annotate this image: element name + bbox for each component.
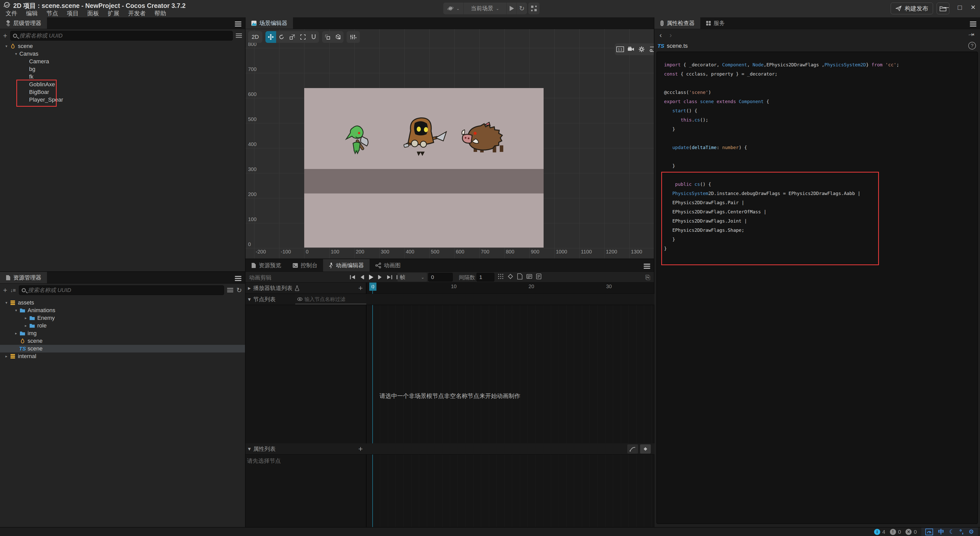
skip-to-end-button[interactable] bbox=[386, 273, 393, 282]
hierarchy-node-scene[interactable]: ▾scene bbox=[0, 42, 245, 50]
playhead-line[interactable] bbox=[372, 283, 373, 527]
goblin-axe-sprite[interactable] bbox=[345, 123, 372, 155]
assets-search-input[interactable] bbox=[28, 287, 221, 294]
assets-node-scene[interactable]: scene bbox=[0, 337, 245, 345]
error-counter[interactable]: ✕ 0 bbox=[905, 529, 917, 535]
2d-3d-toggle-button[interactable]: 2D bbox=[248, 31, 262, 43]
tree-collapse-arrow[interactable]: ▸ bbox=[3, 354, 10, 359]
tab-inspector[interactable]: 属性检查器 bbox=[654, 17, 700, 29]
scene-select-dropdown[interactable]: 当前场景 ⌄ bbox=[464, 3, 507, 14]
property-list-collapse-arrow[interactable]: ▾ bbox=[245, 445, 253, 452]
timeline-area[interactable] bbox=[366, 283, 654, 527]
language-toggle-icon[interactable]: 中 bbox=[938, 528, 944, 536]
assets-node-scene[interactable]: TSscene bbox=[0, 345, 245, 353]
rotate-tool-button[interactable] bbox=[276, 31, 287, 43]
punctuation-icon[interactable]: °, bbox=[959, 528, 964, 535]
hierarchy-node-player-spear[interactable]: Player_Spear bbox=[0, 96, 245, 103]
build-publish-button[interactable]: 构建发布 bbox=[891, 3, 933, 14]
track-collapse-arrow[interactable]: ▸ bbox=[245, 285, 253, 291]
snap-settings-button[interactable] bbox=[322, 31, 333, 43]
inspector-menu-button[interactable] bbox=[970, 21, 977, 26]
frames-grid-icon[interactable] bbox=[498, 274, 504, 280]
refresh-assets-icon[interactable]: ↻ bbox=[236, 286, 242, 294]
performance-gauge-icon[interactable] bbox=[925, 529, 933, 535]
assets-node-assets[interactable]: ▾assets bbox=[0, 299, 245, 307]
minimize-button[interactable]: ─ bbox=[943, 3, 950, 11]
aspect-ratio-button[interactable]: 1:1 bbox=[615, 43, 625, 55]
node-list-collapse-arrow[interactable]: ▾ bbox=[245, 296, 253, 303]
view-settings-button[interactable] bbox=[347, 31, 360, 43]
node-filter-input[interactable] bbox=[304, 296, 372, 302]
frame-value-input[interactable] bbox=[428, 273, 452, 281]
hierarchy-search-input[interactable] bbox=[19, 32, 230, 39]
history-back-button[interactable]: ‹ bbox=[659, 31, 662, 39]
viewport-settings-button[interactable] bbox=[647, 43, 654, 55]
next-frame-button[interactable] bbox=[376, 273, 384, 282]
add-track-button[interactable]: + bbox=[358, 284, 363, 292]
tab-console[interactable]: 控制台 bbox=[287, 259, 323, 272]
animation-menu-button[interactable] bbox=[644, 262, 650, 268]
menu-item-edit[interactable]: 编辑 bbox=[24, 10, 40, 17]
assets-menu-button[interactable] bbox=[235, 275, 242, 280]
theme-moon-icon[interactable]: ☾ bbox=[949, 528, 955, 535]
maximize-button[interactable]: □ bbox=[956, 3, 964, 11]
preview-target-button[interactable]: ⌄ bbox=[443, 3, 464, 14]
tree-collapse-arrow[interactable]: ▸ bbox=[13, 331, 19, 336]
scene-gear-button[interactable] bbox=[636, 43, 647, 55]
gizmo-cube-button[interactable] bbox=[333, 31, 344, 43]
close-button[interactable]: ✕ bbox=[969, 3, 977, 11]
list-card-icon[interactable] bbox=[526, 274, 532, 280]
play-button[interactable] bbox=[507, 3, 517, 14]
exit-animation-icon[interactable]: ⎘ bbox=[646, 274, 650, 281]
doc-lines-icon[interactable] bbox=[536, 274, 542, 280]
tree-expand-arrow[interactable]: ▾ bbox=[13, 308, 19, 313]
menu-item-panel[interactable]: 面板 bbox=[85, 10, 102, 17]
scene-viewport[interactable]: -200-10001002003004005006007008009001000… bbox=[245, 29, 654, 259]
rect-tool-button[interactable] bbox=[298, 31, 308, 43]
previous-frame-button[interactable] bbox=[358, 273, 366, 282]
curve-editor-button[interactable] bbox=[627, 444, 638, 453]
create-node-button[interactable]: + bbox=[3, 32, 7, 39]
tab-assets[interactable]: 资源管理器 bbox=[0, 272, 47, 283]
tab-services[interactable]: 服务 bbox=[700, 17, 730, 29]
big-boar-sprite[interactable] bbox=[460, 121, 514, 154]
sort-assets-icon[interactable]: ↓≡ bbox=[10, 288, 16, 293]
assets-node-enemy[interactable]: ▸Enemy bbox=[0, 314, 245, 322]
create-asset-button[interactable]: + bbox=[3, 286, 7, 294]
interval-value-input[interactable] bbox=[477, 273, 494, 281]
playhead-chip[interactable]: 0 bbox=[369, 283, 376, 291]
tree-expand-arrow[interactable]: ▾ bbox=[13, 52, 19, 56]
tree-expand-arrow[interactable]: ▾ bbox=[3, 44, 10, 48]
scale-tool-button[interactable] bbox=[287, 31, 298, 43]
add-property-button[interactable]: + bbox=[358, 445, 363, 453]
anchor-tool-button[interactable] bbox=[308, 31, 319, 43]
assets-node-img[interactable]: ▸img bbox=[0, 329, 245, 337]
tree-expand-arrow[interactable]: ▾ bbox=[3, 301, 10, 305]
tab-animation-editor[interactable]: 动画编辑器 bbox=[323, 259, 369, 272]
tab-animation-graph[interactable]: 动画图 bbox=[369, 259, 406, 272]
menu-item-file[interactable]: 文件 bbox=[3, 10, 20, 17]
copy-file-icon[interactable] bbox=[517, 274, 523, 280]
collapse-all-icon[interactable] bbox=[236, 33, 242, 38]
play-animation-button[interactable] bbox=[367, 273, 375, 282]
assets-node-role[interactable]: ▸role bbox=[0, 322, 245, 329]
animation-panel-divider[interactable] bbox=[366, 283, 366, 527]
hierarchy-node-bigboar[interactable]: BigBoar bbox=[0, 88, 245, 96]
menu-item-extension[interactable]: 扩展 bbox=[105, 10, 122, 17]
tab-scene-editor[interactable]: 场景编辑器 bbox=[245, 17, 293, 29]
tree-collapse-arrow[interactable]: ▸ bbox=[22, 323, 29, 328]
keyframe-diamond-icon[interactable] bbox=[508, 274, 514, 280]
tab-asset-preview[interactable]: 资源预览 bbox=[245, 259, 287, 272]
menu-item-developer[interactable]: 开发者 bbox=[126, 10, 148, 17]
tree-collapse-arrow[interactable]: ▸ bbox=[22, 316, 29, 320]
hierarchy-node-fk[interactable]: fk bbox=[0, 73, 245, 81]
camera-preview-button[interactable] bbox=[625, 43, 636, 55]
qr-preview-button[interactable] bbox=[528, 3, 539, 14]
frame-unit-dropdown[interactable]: 帧 ⌄ bbox=[397, 273, 427, 282]
help-icon[interactable]: ? bbox=[968, 42, 976, 49]
assets-node-internal[interactable]: ▸internal bbox=[0, 353, 245, 360]
menu-item-node[interactable]: 节点 bbox=[44, 10, 61, 17]
player-spear-sprite[interactable] bbox=[393, 116, 449, 157]
hierarchy-node-goblinaxe[interactable]: GoblinAxe bbox=[0, 81, 245, 88]
hierarchy-menu-button[interactable] bbox=[235, 21, 242, 26]
